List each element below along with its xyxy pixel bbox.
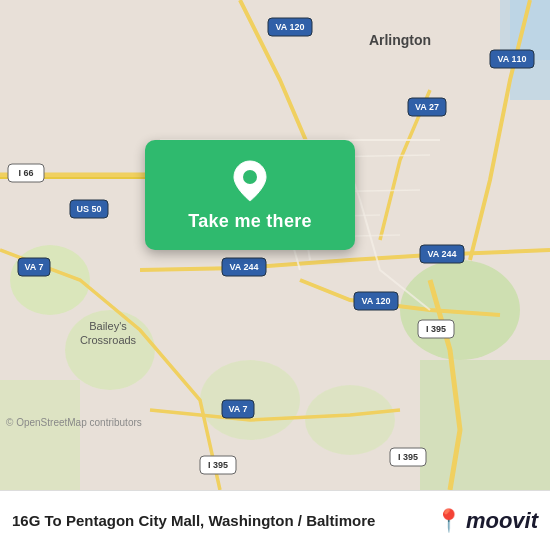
- map-attribution: © OpenStreetMap contributors: [6, 417, 142, 428]
- moovit-pin-icon: 📍: [435, 508, 462, 534]
- moovit-brand-text: moovit: [466, 508, 538, 534]
- moovit-logo: 📍 moovit: [435, 508, 538, 534]
- bottom-bar: 16G To Pentagon City Mall, Washington / …: [0, 490, 550, 550]
- cta-label: Take me there: [188, 211, 312, 232]
- location-pin-icon: [228, 159, 272, 203]
- bottom-left: 16G To Pentagon City Mall, Washington / …: [12, 512, 375, 529]
- svg-text:VA 120: VA 120: [361, 296, 390, 306]
- svg-text:VA 7: VA 7: [24, 262, 43, 272]
- cta-button-container: Take me there: [145, 140, 355, 250]
- svg-text:VA 244: VA 244: [427, 249, 456, 259]
- svg-rect-7: [420, 360, 550, 490]
- svg-rect-4: [0, 380, 80, 490]
- svg-text:I 395: I 395: [398, 452, 418, 462]
- svg-point-6: [305, 385, 395, 455]
- svg-text:US 50: US 50: [76, 204, 101, 214]
- svg-text:Bailey's: Bailey's: [89, 320, 127, 332]
- svg-text:VA 7: VA 7: [228, 404, 247, 414]
- map-container: I 66 VA 120 VA 110 VA 27 VA 244 VA 244 U…: [0, 0, 550, 490]
- svg-text:VA 27: VA 27: [415, 102, 439, 112]
- svg-text:I 395: I 395: [426, 324, 446, 334]
- svg-point-46: [243, 170, 257, 184]
- svg-text:VA 110: VA 110: [497, 54, 526, 64]
- svg-text:Crossroads: Crossroads: [80, 334, 137, 346]
- route-title: 16G To Pentagon City Mall, Washington / …: [12, 512, 375, 529]
- svg-text:I 66: I 66: [18, 168, 33, 178]
- svg-text:I 395: I 395: [208, 460, 228, 470]
- svg-text:VA 120: VA 120: [275, 22, 304, 32]
- take-me-there-button[interactable]: Take me there: [145, 140, 355, 250]
- svg-text:Arlington: Arlington: [369, 32, 431, 48]
- svg-text:VA 244: VA 244: [229, 262, 258, 272]
